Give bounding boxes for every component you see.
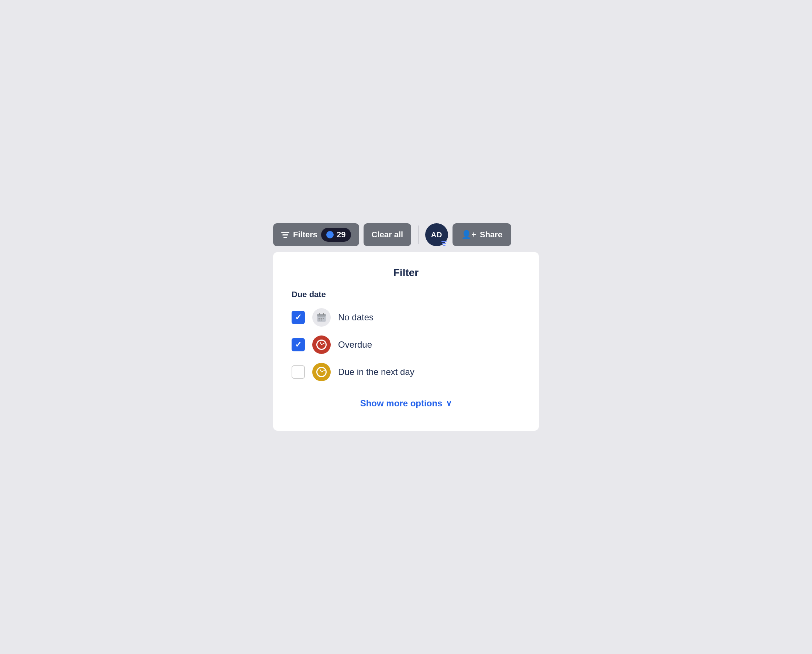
svg-rect-1	[317, 314, 326, 317]
share-add-icon: 👤+	[461, 230, 476, 240]
no-dates-label: No dates	[338, 312, 373, 322]
filters-label: Filters	[293, 230, 317, 240]
avatar-badge-icon	[440, 240, 448, 246]
avatar-initials: AD	[431, 231, 442, 239]
page-container: Filters 29 Clear all AD 👤+ Share Filter	[262, 209, 550, 445]
svg-rect-7	[318, 319, 320, 320]
chevron-down-icon: ∨	[446, 399, 452, 408]
filter-count-badge: 29	[336, 230, 346, 240]
filter-option-no-dates[interactable]: No dates	[292, 308, 520, 327]
filter-badge-toggle: 29	[321, 228, 351, 242]
avatar-button[interactable]: AD	[425, 223, 448, 246]
due-next-day-label: Due in the next day	[338, 367, 414, 377]
due-next-day-clock-icon	[312, 363, 331, 381]
filter-panel: Filter Due date	[273, 252, 539, 431]
toolbar: Filters 29 Clear all AD 👤+ Share	[273, 223, 539, 246]
due-date-section-label: Due date	[292, 290, 520, 299]
share-button[interactable]: 👤+ Share	[453, 223, 511, 246]
svg-rect-2	[319, 313, 320, 315]
svg-rect-4	[318, 318, 320, 318]
share-label: Share	[480, 230, 502, 240]
checkbox-overdue[interactable]	[292, 338, 305, 351]
svg-rect-5	[321, 318, 322, 318]
overdue-clock-icon	[312, 336, 331, 354]
checkbox-no-dates[interactable]	[292, 311, 305, 324]
svg-rect-6	[323, 318, 324, 318]
overdue-label: Overdue	[338, 339, 372, 350]
filter-option-overdue[interactable]: Overdue	[292, 336, 520, 354]
svg-rect-8	[321, 319, 322, 320]
calendar-icon	[312, 308, 331, 327]
clear-all-button[interactable]: Clear all	[364, 223, 411, 246]
filter-options-list: No dates Overdue	[292, 308, 520, 381]
filters-button[interactable]: Filters 29	[273, 223, 359, 246]
filter-option-due-next-day[interactable]: Due in the next day	[292, 363, 520, 381]
filter-icon	[281, 232, 289, 238]
checkbox-due-next-day[interactable]	[292, 365, 305, 379]
show-more-options-button[interactable]: Show more options ∨	[292, 394, 520, 412]
filter-panel-title: Filter	[292, 267, 520, 279]
toolbar-divider	[418, 226, 419, 244]
show-more-label: Show more options	[360, 398, 442, 409]
badge-dot	[326, 231, 334, 238]
svg-rect-3	[323, 313, 324, 315]
